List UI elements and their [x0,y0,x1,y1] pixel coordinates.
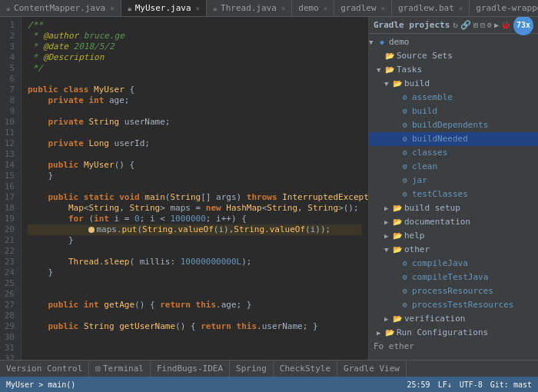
tab-close-icon[interactable]: × [459,5,463,12]
run-icon[interactable]: ▶ [494,21,499,29]
tree-item-label: compileJava [412,257,468,270]
tab-demo[interactable]: demo × [292,0,334,17]
line-ending: LF↓ [438,380,452,389]
tree-item-label: demo [389,36,410,48]
settings-icon[interactable]: ⚙ [487,21,492,29]
task-icon: ⚙ [400,174,410,187]
tab-label: Thread.java [221,3,277,13]
tree-item-label: processResources [412,285,493,297]
tree-item-builddependents[interactable]: ⚙ buildDependents [369,118,538,132]
expand-icon[interactable]: ⊞ [473,21,478,29]
tab-label: Terminal [103,364,144,374]
code-line [28,278,362,289]
tree-item-buildsetup[interactable]: ▶ 📂 build setup [369,201,538,215]
tab-version-control[interactable]: Version Control [0,360,89,377]
tree-item-build-task[interactable]: ⚙ build [369,105,538,118]
code-line: private Long userId; [28,138,362,149]
folder-icon: 📂 [384,64,395,76]
tree-item-jar[interactable]: ⚙ jar [369,174,538,188]
task-icon: ⚙ [400,299,410,311]
tree-item-label: buildDependents [412,119,488,131]
tab-gradle-props[interactable]: gradle-wrapper.properties × [470,0,538,17]
tab-label: ContentMapper.java [14,3,105,13]
code-line: maps.put(String.valueOf(i),String.valueO… [28,224,362,235]
tree-item-testclasses[interactable]: ⚙ testClasses [369,188,538,201]
tree-item-sourcesets[interactable]: 📂 Source Sets [369,49,538,63]
task-icon: ⚙ [400,147,410,159]
cursor-position: 25:59 [407,380,430,389]
task-icon: ⚙ [400,133,410,145]
tab-gradle-view[interactable]: Gradle View [337,360,407,377]
tree-item-runconfigs[interactable]: ▶ 📂 Run Configurations [369,326,538,340]
tab-gradlew-bat[interactable]: gradlew.bat × [392,0,470,17]
tab-contentmapper[interactable]: ☕ ContentMapper.java × [0,0,121,17]
code-line [28,246,362,257]
tab-label: gradlew.bat [398,3,454,13]
tree-item-label: testClasses [412,188,468,201]
code-line: } [28,171,362,181]
code-content[interactable]: /** * @author bruce.ge * @date 2018/5/2 … [22,17,368,360]
tab-close-icon[interactable]: × [196,5,200,12]
tree-item-label: build [404,78,430,90]
gradle-panel: Gradle projects ↻ 🔗 ⊞ ⊟ ⚙ ▶ 🐞 73x ▼ ◆ de… [369,17,538,360]
tree-item-processresources[interactable]: ⚙ processResources [369,284,538,298]
tree-item-assemble[interactable]: ⚙ assemble [369,91,538,105]
task-icon: ⚙ [400,271,410,284]
tree-item-classes[interactable]: ⚙ classes [369,146,538,160]
folder-icon: 📂 [392,313,403,325]
tree-item-label: compileTestJava [412,271,488,284]
tab-close-icon[interactable]: × [281,5,285,12]
code-line: private String userName; [28,117,362,128]
tab-close-icon[interactable]: × [110,5,114,12]
tab-label: Version Control [6,364,82,374]
terminal-icon: ⊡ [95,364,101,374]
tree-item-tasks[interactable]: ▼ 📂 Tasks [369,63,538,77]
tree-item-demo[interactable]: ▼ ◆ demo [369,35,538,49]
status-bar: MyUser > main() 25:59 LF↓ UTF-8 Git: mas… [0,377,538,392]
link-icon[interactable]: 🔗 [460,20,471,30]
tab-findbugs[interactable]: FindBugs-IDEA [151,360,230,377]
tree-item-verification[interactable]: ▶ 📂 verification [369,312,538,326]
code-line: public MyUser() { [28,160,362,171]
arrow-icon: ▶ [377,327,384,339]
tab-close-icon[interactable]: × [381,5,385,12]
tree-item-compiletestjava[interactable]: ⚙ compileTestJava [369,271,538,284]
tab-thread[interactable]: ☕ Thread.java × [207,0,292,17]
tab-close-icon[interactable]: × [324,5,327,12]
tree-item-label: classes [412,147,447,159]
tab-checkstyle[interactable]: CheckStyle [274,360,337,377]
tree-item-build[interactable]: ▼ 📂 build [369,77,538,91]
tab-myuser[interactable]: ☕ MyUser.java × [121,0,207,17]
code-line [28,74,362,85]
code-line: } [28,235,362,246]
task-icon: ⚙ [400,119,410,131]
gradle-tree[interactable]: ▼ ◆ demo 📂 Source Sets ▼ 📂 Tasks [369,34,538,360]
avatar: 73x [513,17,533,35]
arrow-icon: ▼ [384,78,392,90]
code-line: for (int i = 0; i < 1000000; i++) { [28,214,362,224]
code-line [28,106,362,117]
breadcrumb: MyUser > main() [6,380,75,389]
debug-icon[interactable]: 🐞 [501,21,510,29]
tab-label: MyUser.java [135,3,191,13]
tree-item-buildneeded[interactable]: ⚙ buildNeeded [369,132,538,146]
tree-item-help[interactable]: ▶ 📂 help [369,229,538,243]
tree-item-clean[interactable]: ⚙ clean [369,160,538,174]
tree-item-documentation[interactable]: ▶ 📂 documentation [369,215,538,229]
java-icon: ☕ [6,4,11,12]
tree-item-other[interactable]: ▼ 📂 other [369,243,538,257]
code-line: */ [28,63,362,74]
tab-gradlew[interactable]: gradlew × [334,0,392,17]
collapse-icon[interactable]: ⊟ [480,21,485,29]
tree-item-processtestresources[interactable]: ⚙ processTestResources [369,298,538,312]
tree-item-label: build setup [404,202,460,214]
task-icon: ⚙ [400,105,410,118]
tab-label: demo [298,3,319,13]
code-line: public static void main(String[] args) t… [28,192,362,203]
code-line [28,181,362,192]
refresh-icon[interactable]: ↻ [453,20,458,30]
tree-item-compilejava[interactable]: ⚙ compileJava [369,257,538,271]
code-line: Thread.sleep( millis: 10000000000L); [28,257,362,267]
tab-terminal[interactable]: ⊡ Terminal [89,360,151,377]
tab-spring[interactable]: Spring [230,360,274,377]
